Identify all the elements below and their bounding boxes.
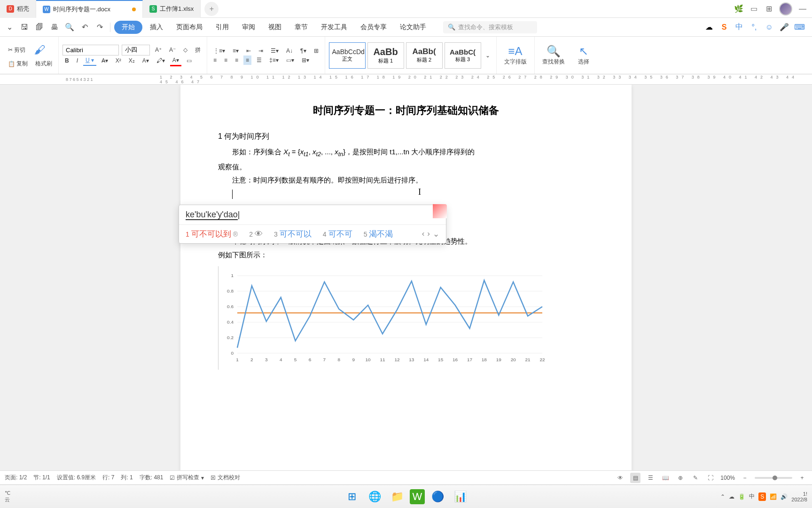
menu-view[interactable]: 视图 [263, 20, 287, 34]
ime-candidate-5[interactable]: 5渴不渴 [364, 229, 393, 239]
align-right-icon[interactable]: ≡ [233, 56, 241, 65]
web-view-icon[interactable]: ⊕ [675, 473, 686, 483]
ime-candidate-2[interactable]: 2👁 [249, 230, 263, 239]
clear-format-icon[interactable]: ◇ [181, 45, 190, 55]
status-proof[interactable]: ☒文档校对 [211, 474, 240, 482]
status-section[interactable]: 节: 1/1 [33, 474, 50, 482]
expand-icon[interactable]: ⌄ [433, 229, 439, 239]
minimize-icon[interactable]: — [798, 4, 807, 14]
superscript-icon[interactable]: X² [113, 56, 124, 65]
tab-document-active[interactable]: W 时间序列专题一.docx [36, 0, 143, 18]
cloud-icon[interactable]: ☁ [704, 22, 714, 32]
battery-icon[interactable]: 🔋 [738, 493, 745, 500]
underline-icon[interactable]: U▾ [83, 56, 96, 66]
chrome-icon[interactable]: 🔵 [428, 487, 447, 507]
page-view-icon[interactable]: ▤ [630, 473, 640, 483]
zoom-slider[interactable] [755, 477, 792, 479]
font-color-icon[interactable]: A▾ [170, 56, 181, 66]
add-tab-button[interactable]: + [204, 2, 219, 16]
undo-icon[interactable]: ↶ [78, 21, 91, 34]
ime-nav[interactable]: ‹›⌄ [422, 229, 439, 239]
shading-icon[interactable]: ▭▾ [284, 56, 297, 65]
number-list-icon[interactable]: ≡▾ [230, 46, 241, 56]
command-search[interactable]: 🔍 查找命令、搜索模板 [443, 21, 537, 33]
tab-icon[interactable]: ⊞ [312, 46, 321, 56]
punct-icon[interactable]: °, [749, 22, 759, 32]
font-family-input[interactable] [62, 45, 119, 56]
wps-icon[interactable]: W [410, 489, 425, 504]
menu-start[interactable]: 开始 [114, 21, 142, 34]
app-icon[interactable]: 📊 [450, 487, 470, 507]
keyboard-icon[interactable]: ⌨ [794, 22, 804, 32]
bullet-list-icon[interactable]: ⋮≡▾ [211, 46, 227, 56]
find-replace-button[interactable]: 🔍 查找替换 [539, 43, 569, 68]
menu-vip[interactable]: 会员专享 [355, 20, 392, 34]
sogou-icon[interactable]: S [719, 22, 729, 32]
menu-dev[interactable]: 开发工具 [315, 20, 353, 34]
zoom-percent[interactable]: 100% [720, 475, 735, 481]
save-as-icon[interactable]: 🗐 [33, 21, 46, 34]
subscript-icon[interactable]: X₂ [126, 56, 137, 65]
align-justify-icon[interactable]: ≡ [243, 56, 251, 65]
menu-insert[interactable]: 插入 [144, 20, 169, 34]
copy-button[interactable]: 📋复制 [6, 58, 30, 69]
style-h2[interactable]: AaBb( 标题 2 [406, 42, 443, 69]
prev-icon[interactable]: ‹ [422, 229, 425, 239]
menu-thesis[interactable]: 论文助手 [394, 20, 432, 34]
edit-icon[interactable]: ✎ [690, 473, 701, 483]
highlight-icon[interactable]: 🖍▾ [154, 56, 167, 65]
save-icon[interactable]: 🖫 [18, 21, 31, 34]
phonetic-icon[interactable]: 拼 [193, 45, 203, 56]
outline-view-icon[interactable]: ☰ [645, 473, 656, 483]
styles-more-icon[interactable]: ⌄ [483, 51, 492, 60]
ime-tray-icon[interactable]: 中 [749, 492, 755, 500]
status-spell[interactable]: ☑拼写检查▾ [170, 474, 204, 482]
cut-button[interactable]: ✂剪切 [6, 45, 28, 56]
reading-view-icon[interactable]: 📖 [660, 473, 671, 483]
print-preview-icon[interactable]: 🔍 [63, 21, 76, 34]
document-page[interactable]: 时间序列专题一：时间序列基础知识储备 1 何为时间序列 形如：序列集合 Xt =… [180, 85, 632, 484]
sort-icon[interactable]: A↓ [284, 46, 295, 56]
wifi-icon[interactable]: 📶 [770, 493, 777, 500]
redo-icon[interactable]: ↷ [93, 21, 106, 34]
text-effect-icon[interactable]: A▾ [140, 56, 151, 65]
ime-candidate-1[interactable]: 1可不可以到® [186, 229, 238, 239]
decrease-font-icon[interactable]: A⁻ [167, 45, 178, 55]
explorer-icon[interactable]: 📁 [387, 487, 407, 507]
user-avatar[interactable] [779, 2, 792, 16]
style-normal[interactable]: AaBbCcDd 正文 [329, 42, 366, 69]
zoom-in-icon[interactable]: + [797, 473, 807, 483]
menu-layout[interactable]: 页面布局 [171, 20, 208, 34]
borders-icon[interactable]: ⊞▾ [299, 56, 312, 65]
ime-candidate-3[interactable]: 3可不可以 [274, 229, 312, 239]
zoom-out-icon[interactable]: − [740, 473, 750, 483]
align-center-icon[interactable]: ≡ [222, 56, 230, 65]
tab-spreadsheet[interactable]: S 工作簿1.xlsx [143, 0, 201, 18]
tab-docer[interactable]: D 稻壳 [0, 0, 36, 18]
increase-indent-icon[interactable]: ⇥ [256, 46, 265, 56]
decrease-indent-icon[interactable]: ⇤ [244, 46, 253, 56]
menu-review[interactable]: 审阅 [236, 20, 261, 34]
eye-icon[interactable]: 👁 [615, 473, 625, 483]
style-h1[interactable]: AaBb 标题 1 [367, 42, 404, 69]
menu-ref[interactable]: 引用 [210, 20, 234, 34]
status-page[interactable]: 页面: 1/2 [5, 474, 27, 482]
bold-icon[interactable]: B [62, 56, 71, 65]
clock[interactable]: 1!2022/8 [791, 491, 807, 502]
apps-icon[interactable]: ⊞ [764, 4, 773, 14]
show-marks-icon[interactable]: ¶▾ [298, 46, 308, 56]
italic-icon[interactable]: I [74, 56, 80, 65]
next-icon[interactable]: › [427, 229, 430, 239]
start-button[interactable]: ⊞ [342, 487, 362, 507]
weather-widget[interactable]: ℃云 [5, 490, 10, 503]
ime-candidate-4[interactable]: 4可不可 [323, 229, 352, 239]
increase-font-icon[interactable]: A⁺ [153, 45, 164, 55]
distribute-icon[interactable]: ☰ [254, 56, 264, 65]
ruler[interactable]: 8 7 6 5 4 3 2 1 1 2 3 4 5 6 7 8 9 10 11 … [0, 74, 812, 85]
sogou-tray-icon[interactable]: S [758, 492, 766, 501]
emoji-icon[interactable]: ☺ [764, 22, 774, 32]
print-icon[interactable]: 🖶 [48, 21, 61, 34]
fit-icon[interactable]: ⛶ [705, 473, 716, 483]
ime-zh-icon[interactable]: 中 [734, 22, 744, 32]
text-layout-button[interactable]: ≡A 文字排版 [500, 43, 531, 68]
